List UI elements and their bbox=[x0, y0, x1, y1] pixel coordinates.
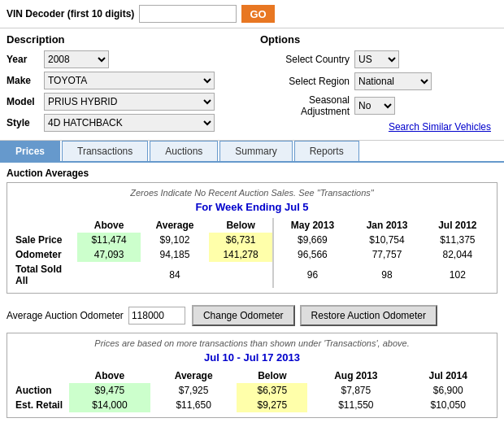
odo-below: 141,278 bbox=[209, 247, 274, 262]
table-row: Total Sold All 84 96 98 102 bbox=[12, 262, 492, 288]
col-below: Below bbox=[209, 218, 274, 233]
col-above: Above bbox=[77, 218, 141, 233]
estretail-above: $14,000 bbox=[69, 398, 150, 412]
odo-jul2012: 82,044 bbox=[424, 247, 492, 262]
style-label: Style bbox=[7, 117, 44, 129]
col-average: Average bbox=[141, 218, 209, 233]
auction-jul2014: $6,900 bbox=[404, 383, 492, 398]
sale-price-label: Sale Price bbox=[12, 233, 77, 247]
table-row: Sale Price $11,474 $9,102 $6,731 $9,669 … bbox=[12, 233, 492, 247]
auction-row-label: Auction bbox=[12, 383, 69, 398]
options-title: Options bbox=[260, 33, 497, 46]
country-select[interactable]: US bbox=[354, 50, 399, 68]
seasonal-select[interactable]: No bbox=[354, 97, 395, 115]
totalsold-jul2012: 102 bbox=[424, 262, 492, 288]
date-range: Jul 10 - Jul 17 2013 bbox=[12, 351, 492, 364]
odo-jan2013: 77,757 bbox=[350, 247, 423, 262]
tabs-bar: Prices Transactions Auctions Summary Rep… bbox=[0, 141, 504, 163]
region-select[interactable]: National bbox=[354, 72, 432, 90]
prices-note: Prices are based on more transactions th… bbox=[12, 338, 492, 348]
estretail-jul2014: $10,050 bbox=[404, 398, 492, 412]
tab-summary[interactable]: Summary bbox=[219, 141, 292, 161]
auction-below: $6,375 bbox=[237, 383, 307, 398]
col-jul2012: Jul 2012 bbox=[424, 218, 492, 233]
zeroes-note: Zeroes Indicate No Recent Auction Sales.… bbox=[12, 188, 492, 198]
country-label: Select Country bbox=[260, 54, 350, 65]
week-ending: For Week Ending Jul 5 bbox=[12, 201, 492, 213]
col-jan2013: Jan 2013 bbox=[350, 218, 423, 233]
region-label: Select Region bbox=[260, 76, 350, 87]
sale-below: $6,731 bbox=[209, 233, 274, 247]
sale-above: $11,474 bbox=[77, 233, 141, 247]
model-label: Model bbox=[7, 96, 44, 107]
year-label: Year bbox=[7, 54, 44, 65]
odo-may2013: 96,566 bbox=[273, 247, 350, 262]
odometer-label: Odometer bbox=[12, 247, 77, 262]
sale-jan2013: $10,754 bbox=[350, 233, 423, 247]
change-odometer-button[interactable]: Change Odometer bbox=[192, 305, 295, 326]
totalsold-below bbox=[209, 262, 274, 288]
style-select[interactable]: 4D HATCHBACK bbox=[44, 114, 215, 132]
vin-decoder-label: VIN Decoder (first 10 digits) bbox=[7, 8, 134, 20]
odo-above: 47,093 bbox=[77, 247, 141, 262]
odometer-bar-label: Average Auction Odometer bbox=[7, 310, 124, 321]
totalsold-above bbox=[77, 262, 141, 288]
wcol-below: Below bbox=[237, 368, 307, 383]
make-select[interactable]: TOYOTA bbox=[44, 72, 215, 89]
sale-jul2012: $11,375 bbox=[424, 233, 492, 247]
model-select[interactable]: PRIUS HYBRID bbox=[44, 93, 215, 111]
totalsold-may2013: 96 bbox=[273, 262, 350, 288]
estretail-row-label: Est. Retail bbox=[12, 398, 69, 412]
wcol-aug2013: Aug 2013 bbox=[307, 368, 404, 383]
totalsold-label: Total Sold All bbox=[12, 262, 77, 288]
odo-average: 94,185 bbox=[141, 247, 209, 262]
table-row: Est. Retail $14,000 $11,650 $9,275 $11,5… bbox=[12, 398, 492, 412]
sale-average: $9,102 bbox=[141, 233, 209, 247]
auction-averages-label: Auction Averages bbox=[7, 168, 497, 179]
restore-odometer-button[interactable]: Restore Auction Odometer bbox=[300, 305, 437, 326]
wcol-average: Average bbox=[150, 368, 237, 383]
tab-transactions[interactable]: Transactions bbox=[62, 141, 148, 161]
estretail-aug2013: $11,550 bbox=[307, 398, 404, 412]
year-select[interactable]: 2008 bbox=[44, 50, 109, 68]
auction-averages-table: Above Average Below May 2013 Jan 2013 Ju… bbox=[12, 218, 492, 288]
estretail-below: $9,275 bbox=[237, 398, 307, 412]
weekly-section: Prices are based on more transactions th… bbox=[7, 333, 497, 418]
odometer-bar: Average Auction Odometer Change Odometer… bbox=[0, 298, 504, 333]
go-button[interactable]: GO bbox=[241, 5, 274, 23]
table-row: Auction $9,475 $7,925 $6,375 $7,875 $6,9… bbox=[12, 383, 492, 398]
col-may2013: May 2013 bbox=[273, 218, 350, 233]
wcol-above: Above bbox=[69, 368, 150, 383]
wcol-jul2014: Jul 2014 bbox=[404, 368, 492, 383]
totalsold-average: 84 bbox=[141, 262, 209, 288]
auction-above: $9,475 bbox=[69, 383, 150, 398]
estretail-average: $11,650 bbox=[150, 398, 237, 412]
totalsold-jan2013: 98 bbox=[350, 262, 423, 288]
sale-may2013: $9,669 bbox=[273, 233, 350, 247]
tab-prices[interactable]: Prices bbox=[0, 141, 60, 161]
table-row: Odometer 47,093 94,185 141,278 96,566 77… bbox=[12, 247, 492, 262]
tab-auctions[interactable]: Auctions bbox=[150, 141, 218, 161]
weekly-table: Above Average Below Aug 2013 Jul 2014 Au… bbox=[12, 368, 492, 412]
search-similar-link[interactable]: Search Similar Vehicles bbox=[260, 121, 497, 133]
auction-average: $7,925 bbox=[150, 383, 237, 398]
make-label: Make bbox=[7, 75, 44, 86]
description-title: Description bbox=[7, 33, 244, 46]
seasonal-label: Seasonal Adjustment bbox=[260, 94, 350, 117]
vin-input[interactable] bbox=[139, 5, 237, 23]
odometer-input[interactable] bbox=[128, 307, 185, 325]
tab-reports[interactable]: Reports bbox=[294, 141, 359, 161]
auction-aug2013: $7,875 bbox=[307, 383, 404, 398]
